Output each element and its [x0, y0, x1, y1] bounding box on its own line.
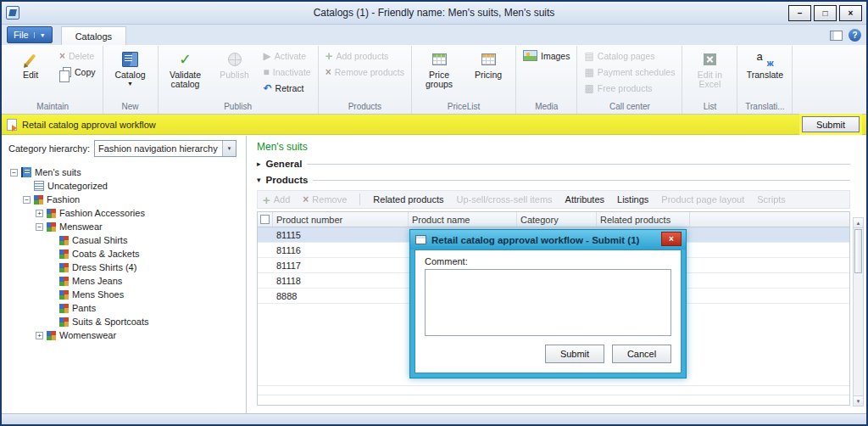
- combo-caret-icon[interactable]: ▼: [222, 141, 236, 156]
- tab-catalogs[interactable]: Catalogs: [61, 26, 126, 45]
- tree-item-pants[interactable]: Pants: [3, 301, 246, 315]
- section-rule: [313, 180, 850, 181]
- category-hierarchy-select[interactable]: Fashion navigation hierarchy ▼: [94, 140, 236, 157]
- scroll-up-icon[interactable]: ▲: [854, 218, 863, 228]
- validate-catalog-button[interactable]: ✓ Validate catalog: [162, 48, 209, 101]
- app-icon: [6, 6, 19, 20]
- window-layout-icon[interactable]: [830, 31, 843, 41]
- price-groups-button[interactable]: Price groups: [415, 48, 463, 101]
- workflow-submit-dialog: Retail catalog approval workflow - Submi…: [409, 229, 687, 378]
- group-label-call-center: Call center: [581, 101, 678, 114]
- tree-item-coats-jackets[interactable]: Coats & Jackets: [3, 247, 246, 261]
- scroll-down-icon[interactable]: ▼: [854, 395, 863, 406]
- section-general[interactable]: ▸ General: [257, 159, 850, 169]
- tree-item-menswear[interactable]: − Menswear: [3, 220, 246, 233]
- workflow-icon: [7, 119, 17, 131]
- section-rule: [307, 164, 850, 165]
- new-catalog-button[interactable]: Catalog ▼: [107, 48, 154, 101]
- tree-item-mens-suits[interactable]: − Men's suits: [3, 165, 246, 179]
- category-panel: Category hierarchy: Fashion navigation h…: [3, 136, 247, 413]
- column-product-number[interactable]: Product number: [273, 212, 409, 227]
- tree-item-mens-shoes[interactable]: Mens Shoes: [3, 288, 246, 301]
- inactivate-button: ■ Inactivate: [260, 64, 314, 80]
- products-toolbar: + Add × Remove Related products Up-sell/…: [257, 190, 850, 209]
- group-label-products: Products: [322, 101, 408, 114]
- dialog-buttons: Submit Cancel: [425, 345, 671, 363]
- ribbon-group-pricelist: Price groups Pricing PriceList: [412, 46, 516, 114]
- minimize-button[interactable]: –: [788, 5, 811, 21]
- catalog-icon: [122, 52, 138, 67]
- tree-item-dress-shirts[interactable]: Dress Shirts (4): [3, 261, 246, 274]
- category-icon: [47, 331, 56, 340]
- dialog-submit-button[interactable]: Submit: [545, 345, 604, 363]
- expand-icon[interactable]: +: [36, 332, 43, 339]
- images-button[interactable]: Images: [520, 48, 573, 64]
- category-tree: − Men's suits Uncategorized − Fashion +: [3, 160, 246, 342]
- group-label-translations: Translati...: [741, 101, 788, 114]
- select-all-checkbox[interactable]: [260, 215, 270, 224]
- collapse-icon[interactable]: −: [23, 196, 31, 204]
- comment-textarea[interactable]: [425, 269, 671, 336]
- copy-icon: [63, 67, 71, 77]
- category-icon: [47, 209, 56, 218]
- status-bar: [2, 413, 866, 424]
- workflow-message: Retail catalog approval workflow: [22, 120, 156, 130]
- tree-item-uncategorized[interactable]: Uncategorized: [3, 179, 246, 193]
- add-products-icon: +: [326, 49, 333, 62]
- retract-button[interactable]: ↶ Retract: [260, 80, 314, 96]
- inactivate-icon: ■: [264, 67, 270, 77]
- pricing-button[interactable]: Pricing: [465, 48, 512, 101]
- dialog-icon: [415, 235, 426, 244]
- tree-item-fashion-accessories[interactable]: + Fashion Accessories: [3, 206, 246, 220]
- tree-item-mens-jeans[interactable]: Mens Jeans: [3, 274, 246, 288]
- tree-item-suits-sportcoats[interactable]: Suits & Sportcoats: [3, 315, 246, 328]
- expand-icon[interactable]: +: [36, 210, 43, 217]
- listings-button[interactable]: Listings: [617, 194, 648, 205]
- restore-button[interactable]: □: [814, 5, 837, 21]
- column-product-name[interactable]: Product name: [409, 212, 517, 227]
- workflow-submit-button[interactable]: Submit: [802, 116, 860, 132]
- publish-button: Publish: [211, 48, 259, 101]
- scrollbar-thumb[interactable]: [854, 229, 862, 273]
- section-products[interactable]: ▾ Products: [257, 175, 850, 185]
- translate-button[interactable]: a ж Translate: [741, 48, 788, 101]
- ribbon-group-translations: a ж Translate Translati...: [737, 46, 793, 114]
- activate-button: ▶ Activate: [260, 48, 314, 64]
- collapse-icon[interactable]: −: [10, 169, 18, 177]
- dialog-close-button[interactable]: ×: [661, 232, 682, 246]
- ribbon-group-publish: ✓ Validate catalog Publish ▶ Activate ■ …: [159, 46, 319, 114]
- free-products-icon: ▩: [584, 83, 593, 93]
- section-collapsed-icon: ▸: [257, 160, 261, 168]
- payment-schedules-icon: ▦: [584, 67, 593, 77]
- catalog-book-icon: [21, 167, 31, 177]
- dialog-body: Comment: Submit Cancel: [415, 249, 682, 373]
- tree-item-casual-shirts[interactable]: Casual Shirts: [3, 233, 246, 247]
- copy-button[interactable]: Copy: [56, 64, 99, 80]
- tree-item-womenswear[interactable]: + Womenswear: [3, 328, 246, 342]
- related-products-button[interactable]: Related products: [373, 194, 443, 205]
- comment-label: Comment:: [425, 256, 671, 266]
- column-category[interactable]: Category: [517, 212, 597, 227]
- edit-button[interactable]: Edit: [7, 48, 54, 101]
- category-icon: [59, 249, 69, 259]
- ribbon-group-maintain: Edit × Delete Copy Maintain: [3, 46, 103, 114]
- group-label-pricelist: PriceList: [415, 101, 512, 114]
- add-icon: +: [263, 193, 270, 206]
- vertical-scrollbar[interactable]: ▲ ▼: [853, 217, 864, 406]
- dialog-title-bar[interactable]: Retail catalog approval workflow - Submi…: [410, 230, 686, 249]
- attributes-button[interactable]: Attributes: [565, 194, 604, 205]
- edit-pencil-icon: [25, 53, 36, 65]
- collapse-icon[interactable]: −: [36, 223, 43, 231]
- column-related-products[interactable]: Related products: [597, 212, 690, 227]
- workflow-message-bar: Retail catalog approval workflow Submit: [2, 115, 866, 135]
- publish-globe-icon: [228, 53, 242, 66]
- file-menu-button[interactable]: File ▼: [7, 26, 53, 43]
- ribbon: Edit × Delete Copy Maintain: [2, 45, 866, 115]
- close-button[interactable]: ×: [839, 5, 862, 21]
- category-icon: [59, 277, 69, 286]
- delete-icon: ×: [59, 51, 65, 61]
- tree-item-fashion[interactable]: − Fashion: [3, 193, 246, 206]
- grid-header: Product number Product name Category Rel…: [258, 212, 849, 227]
- help-icon[interactable]: ?: [849, 29, 861, 42]
- dialog-cancel-button[interactable]: Cancel: [612, 345, 671, 363]
